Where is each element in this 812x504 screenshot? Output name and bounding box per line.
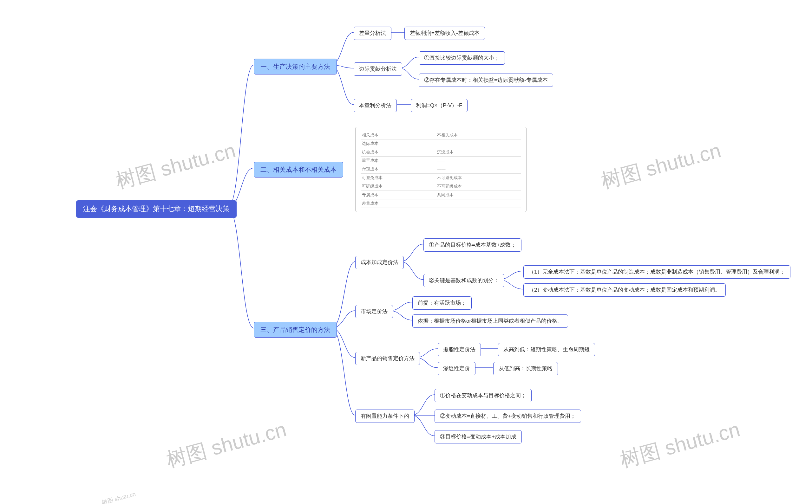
branch3-b[interactable]: 市场定价法: [355, 305, 393, 318]
table-cell: 差量成本: [360, 199, 436, 208]
branch3-a[interactable]: 成本加成定价法: [355, 256, 404, 269]
table-cell: 重置成本: [360, 157, 436, 165]
table-cell: 可避免成本: [360, 174, 436, 182]
table-row: 机会成本沉没成本: [360, 148, 521, 157]
table-row: 重置成本——: [360, 157, 521, 165]
table-cell: ——: [436, 199, 521, 208]
table-cell: 沉没成本: [436, 148, 521, 157]
watermark: 树图 shutu.cn: [101, 490, 137, 504]
mindmap-root[interactable]: 注会《财务成本管理》第十七章：短期经营决策: [76, 200, 237, 218]
branch3-a2[interactable]: ②关键是基数和成数的划分：: [424, 274, 504, 287]
branch3-c1[interactable]: 撇脂性定价法: [438, 343, 481, 356]
table-row: 相关成本不相关成本: [360, 131, 521, 139]
branch3-c2[interactable]: 渗透性定价: [438, 362, 476, 375]
watermark: 树图 shutu.cn: [617, 416, 743, 474]
branch3-a2-2[interactable]: （2）变动成本法下：基数是单位产品的变动成本；成数是固定成本和预期利润。: [523, 283, 726, 297]
table-cell: 边际成本: [360, 139, 436, 148]
watermark: 树图 shutu.cn: [113, 137, 238, 195]
branch3-b2[interactable]: 依据：根据市场价格or根据市场上同类或者相似产品的价格。: [413, 314, 568, 328]
table-cell: 专属成本: [360, 191, 436, 199]
branch3-b1[interactable]: 前提：有活跃市场；: [413, 296, 472, 310]
table-cell: 相关成本: [360, 131, 436, 139]
branch3-a2-1[interactable]: （1）完全成本法下：基数是单位产品的制造成本；成数是非制造成本（销售费用、管理费…: [523, 265, 790, 279]
table-row: 边际成本——: [360, 139, 521, 148]
branch1-title[interactable]: 一、生产决策的主要方法: [254, 59, 337, 74]
branch1-b2[interactable]: ②存在专属成本时：相关损益=边际贡献额-专属成本: [419, 74, 553, 87]
branch3-d2[interactable]: ②变动成本=直接材、工、费+变动销售和行政管理费用；: [435, 410, 581, 423]
table-row: 付现成本——: [360, 165, 521, 174]
table-cell: ——: [436, 165, 521, 174]
branch1-b[interactable]: 边际贡献分析法: [354, 62, 402, 76]
table-cell: 付现成本: [360, 165, 436, 174]
table-cell: 机会成本: [360, 148, 436, 157]
table-row: 可延缓成本不可延缓成本: [360, 182, 521, 191]
branch1-c[interactable]: 本量利分析法: [354, 99, 397, 112]
branch2-title[interactable]: 二、相关成本和不相关成本: [254, 162, 343, 178]
branch3-d1[interactable]: ①价格在变动成本与目标价格之间；: [435, 389, 532, 402]
branch1-c1[interactable]: 利润=Q×（P-V）-F: [411, 99, 468, 112]
branch1-b1[interactable]: ①直接比较边际贡献额的大小；: [419, 51, 505, 65]
branch3-c[interactable]: 新产品的销售定价方法: [355, 352, 420, 365]
branch3-title[interactable]: 三、产品销售定价的方法: [254, 322, 337, 338]
branch2-table[interactable]: 相关成本不相关成本边际成本——机会成本沉没成本重置成本——付现成本——可避免成本…: [355, 127, 527, 212]
branch3-d[interactable]: 有闲置能力条件下的: [355, 410, 415, 423]
watermark: 树图 shutu.cn: [163, 416, 289, 474]
table-cell: ——: [436, 139, 521, 148]
table-row: 专属成本共同成本: [360, 191, 521, 199]
connectors: [0, 0, 812, 504]
branch3-d3[interactable]: ③目标价格=变动成本+成本加成: [435, 430, 522, 443]
table-cell: 不可避免成本: [436, 174, 521, 182]
branch3-a1[interactable]: ①产品的目标价格=成本基数+成数；: [424, 238, 522, 252]
table-cell: ——: [436, 157, 521, 165]
table-cell: 不可延缓成本: [436, 182, 521, 191]
table-row: 差量成本——: [360, 199, 521, 208]
branch1-a1[interactable]: 差额利润=差额收入-差额成本: [404, 27, 485, 40]
branch3-c2-1[interactable]: 从低到高：长期性策略: [493, 362, 558, 375]
table-cell: 共同成本: [436, 191, 521, 199]
mindmap-canvas: 树图 shutu.cn 树图 shutu.cn 树图 shutu.cn 树图 s…: [0, 0, 812, 504]
branch3-c1-1[interactable]: 从高到低：短期性策略、生命周期短: [498, 343, 595, 356]
branch1-a[interactable]: 差量分析法: [354, 27, 391, 40]
watermark: 树图 shutu.cn: [598, 137, 724, 195]
table-cell: 不相关成本: [436, 131, 521, 139]
table-row: 可避免成本不可避免成本: [360, 174, 521, 182]
table-cell: 可延缓成本: [360, 182, 436, 191]
